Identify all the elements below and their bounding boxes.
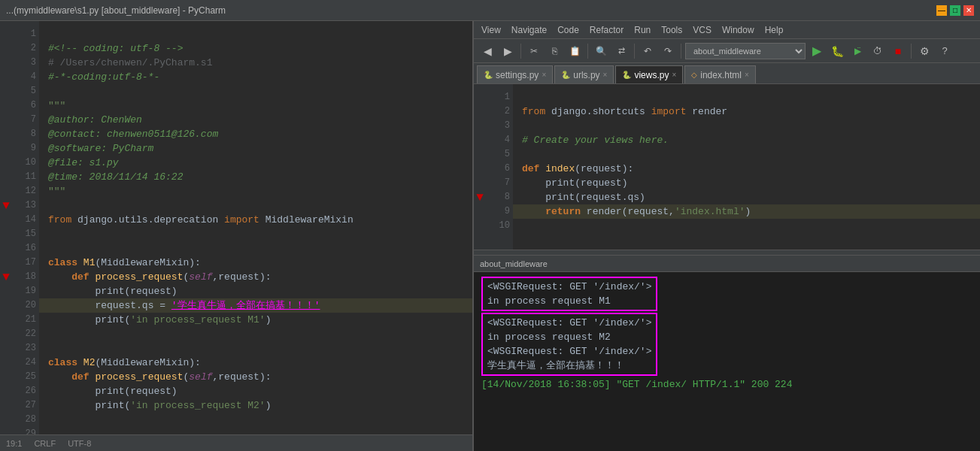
terminal-header: about_middleware — [474, 256, 980, 272]
coverage-button[interactable]: ▶̈ — [848, 42, 866, 60]
fn-index: index — [545, 163, 575, 174]
right-code-content[interactable]: from django.shortcuts import render # Cr… — [513, 84, 980, 250]
commit-button[interactable]: ↷ — [659, 42, 677, 60]
tab-bar-right: 🐍 settings.py × 🐍 urls.py × 🐍 views.py ×… — [474, 63, 980, 84]
rg9 — [474, 204, 486, 219]
copy-button[interactable]: ⎘ — [545, 42, 563, 60]
forward-button[interactable]: ▶ — [499, 42, 517, 60]
title-text: ...(mymiddleware\s1.py [about_middleware… — [6, 5, 226, 16]
contact-line: @contact: chenwen0511@126.com — [48, 129, 218, 140]
output-line-1: <WSGIRequest: GET '/index/'> — [487, 280, 651, 294]
output-line-5: <WSGIRequest: GET '/index/'> — [487, 344, 651, 359]
highlighted-line: request.qs = '学生真牛逼，全部在搞基！！！' — [39, 298, 472, 313]
method-name-1: process_request — [95, 271, 183, 283]
docstring-open: """ — [48, 100, 65, 111]
gutter-line-2 — [0, 41, 12, 56]
gutter-line-4 — [0, 70, 12, 84]
minimize-button[interactable]: — — [936, 5, 947, 16]
rg3 — [474, 119, 486, 133]
gutter-line-15 — [0, 227, 12, 241]
def-keyword-2: def — [71, 371, 89, 383]
debug-button[interactable]: 🐛 — [828, 42, 846, 60]
close-button[interactable]: ✕ — [963, 5, 974, 16]
settings-button[interactable]: ⚙ — [915, 42, 933, 60]
gutter-line-16 — [0, 241, 12, 256]
cut-button[interactable]: ✂ — [525, 42, 543, 60]
menu-window[interactable]: Window — [718, 23, 759, 37]
class-name-2: M2 — [83, 357, 96, 368]
def-keyword-1: def — [71, 271, 89, 283]
left-code-content[interactable]: #<!-- coding: utf-8 --> # /Users/chenwen… — [39, 21, 472, 434]
terminal-title: about_middleware — [480, 259, 548, 268]
paste-button[interactable]: 📋 — [566, 42, 584, 60]
right-code-area: ▼ 12345 678910 from django.shortcuts imp… — [474, 84, 980, 250]
views-py-icon: 🐍 — [622, 71, 631, 79]
gutter-line-13: ▼ — [0, 198, 12, 213]
class-parent-1: MiddlewareMixin — [101, 257, 189, 268]
file-line: @file: s1.py — [48, 157, 119, 168]
gutter-line-1 — [0, 27, 12, 41]
tab-views-py[interactable]: 🐍 views.py × — [615, 65, 683, 83]
module-name-1: django.utils.deprecation — [77, 214, 218, 226]
urls-py-icon: 🐍 — [561, 71, 570, 79]
gutter-line-6 — [0, 98, 12, 113]
coding-comment: #<!-- coding: utf-8 --> — [48, 43, 183, 54]
stop-button[interactable]: ■ — [889, 42, 907, 60]
gutter-line-3 — [0, 56, 12, 70]
right-gutter: ▼ — [474, 84, 486, 250]
software-line: @software: PyCharm — [48, 143, 153, 154]
gutter-line-18: ▼ — [0, 270, 12, 284]
tab-settings-py-label: settings.py — [496, 70, 539, 80]
print-request-qs-views: print(request.qs) — [545, 192, 645, 203]
time-line: @time: 2018/11/14 16:22 — [48, 171, 183, 183]
gutter-line-9 — [0, 141, 12, 156]
find-replace-button[interactable]: ⇄ — [612, 42, 630, 60]
rg6 — [474, 162, 486, 176]
param-request-1: request — [218, 271, 259, 283]
gutter-line-14 — [0, 213, 12, 227]
title-bar: ...(mymiddleware\s1.py [about_middleware… — [0, 0, 980, 21]
left-gutter: ▼ ▼ — [0, 21, 12, 434]
tab-urls-py-close[interactable]: × — [603, 71, 608, 79]
profile-button[interactable]: ⏱ — [869, 42, 887, 60]
gutter-line-17 — [0, 256, 12, 270]
gutter-line-8 — [0, 127, 12, 141]
from-keyword-1: from — [48, 214, 71, 226]
render-fn: render — [692, 106, 727, 117]
settings-py-icon: 🐍 — [484, 71, 493, 79]
menu-navigate[interactable]: Navigate — [507, 23, 551, 37]
line-ending: CRLF — [34, 439, 56, 448]
gutter-line-7 — [0, 113, 12, 127]
tab-views-py-close[interactable]: × — [672, 71, 676, 79]
highlighted-return-line: return render(request,'index.html') — [513, 204, 980, 219]
class-keyword-2: class — [48, 357, 77, 368]
find-button[interactable]: 🔍 — [592, 42, 610, 60]
pane-divider[interactable] — [474, 250, 980, 256]
run-button[interactable]: ▶ — [808, 42, 826, 60]
back-button[interactable]: ◀ — [478, 42, 496, 60]
class-parent-2: MiddlewareMixin — [101, 357, 189, 368]
tab-settings-py[interactable]: 🐍 settings.py × — [477, 65, 553, 83]
menu-view[interactable]: View — [477, 23, 505, 37]
menu-run[interactable]: Run — [630, 23, 655, 37]
tab-index-html[interactable]: ◇ index.html × — [684, 65, 756, 83]
maximize-button[interactable]: □ — [950, 5, 960, 16]
menu-vcs[interactable]: VCS — [688, 23, 716, 37]
tab-urls-py[interactable]: 🐍 urls.py × — [554, 65, 614, 83]
help-button[interactable]: ? — [936, 42, 954, 60]
terminal-content[interactable]: <WSGIRequest: GET '/index/'> in process … — [474, 272, 980, 451]
tab-settings-py-close[interactable]: × — [542, 71, 546, 79]
tab-index-html-close[interactable]: × — [745, 71, 749, 79]
menu-tools[interactable]: Tools — [657, 23, 687, 37]
gutter-line-11 — [0, 170, 12, 184]
class-import-1: MiddlewareMixin — [265, 214, 353, 226]
menu-code[interactable]: Code — [553, 23, 584, 37]
menu-help[interactable]: Help — [760, 23, 788, 37]
tab-index-html-label: index.html — [700, 70, 742, 80]
menu-refactor[interactable]: Refactor — [585, 23, 628, 37]
print-call-1: print(request) — [95, 286, 177, 297]
method-name-2: process_request — [95, 371, 183, 383]
run-config-dropdown[interactable]: about_middleware — [685, 43, 806, 59]
revert-button[interactable]: ↶ — [639, 42, 657, 60]
output-group-1: <WSGIRequest: GET '/index/'> in process … — [481, 277, 657, 311]
